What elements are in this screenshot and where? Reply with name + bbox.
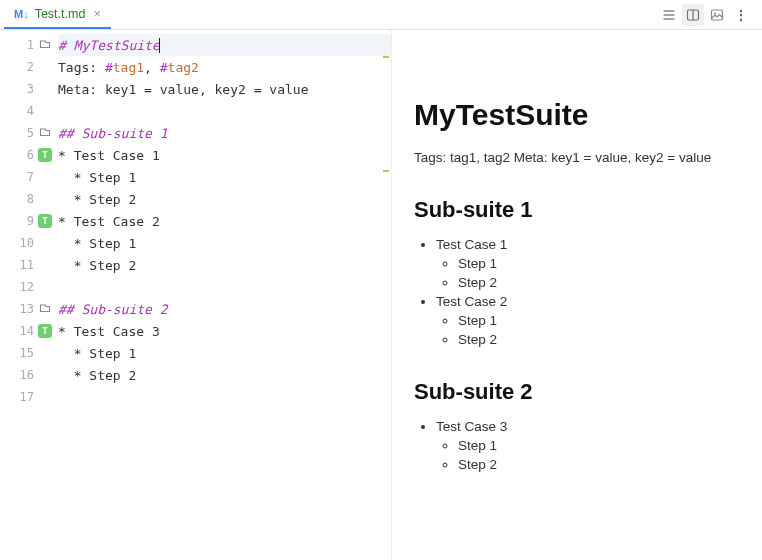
test-badge-icon[interactable]: T	[38, 148, 52, 162]
code-line[interactable]: # MyTestSuite	[58, 34, 391, 56]
gutter: 123456T789T1011121314T151617	[0, 30, 56, 408]
preview-pane: MyTestSuite Tags: tag1, tag2 Meta: key1 …	[392, 30, 762, 560]
preview-h2: Sub-suite 1	[414, 197, 740, 223]
gutter-row: 15	[0, 342, 56, 364]
markdown-icon: M↓	[14, 8, 29, 20]
line-number: 12	[18, 280, 34, 294]
line-number: 4	[18, 104, 34, 118]
list-item: Test Case 2 Step 1Step 2	[436, 294, 740, 347]
gutter-row: 3	[0, 78, 56, 100]
code-line[interactable]: * Step 2	[58, 254, 391, 276]
list-item: Test Case 1 Step 1Step 2	[436, 237, 740, 290]
folder-icon[interactable]	[38, 302, 52, 317]
gutter-row: 14T	[0, 320, 56, 342]
gutter-row: 12	[0, 276, 56, 298]
line-number: 8	[18, 192, 34, 206]
preview-list: Test Case 1 Step 1Step 2 Test Case 2 Ste…	[414, 237, 740, 347]
line-number: 9	[18, 214, 34, 228]
line-number: 11	[18, 258, 34, 272]
editor-pane[interactable]: 1 123456T789T1011121314T151617 # MyTestS…	[0, 30, 392, 560]
view-image-icon[interactable]	[706, 4, 728, 26]
gutter-row: 6T	[0, 144, 56, 166]
gutter-row: 16	[0, 364, 56, 386]
line-number: 7	[18, 170, 34, 184]
code-line[interactable]: * Test Case 1	[58, 144, 391, 166]
gutter-row: 17	[0, 386, 56, 408]
line-number: 1	[18, 38, 34, 52]
gutter-row: 9T	[0, 210, 56, 232]
code-line[interactable]: * Step 1	[58, 166, 391, 188]
line-number: 2	[18, 60, 34, 74]
code-line[interactable]: ## Sub-suite 2	[58, 298, 391, 320]
code-line[interactable]: * Step 1	[58, 232, 391, 254]
gutter-row: 1	[0, 34, 56, 56]
gutter-row: 13	[0, 298, 56, 320]
test-badge-icon[interactable]: T	[38, 324, 52, 338]
line-number: 15	[18, 346, 34, 360]
code-line[interactable]	[58, 276, 391, 298]
view-split-icon[interactable]	[682, 4, 704, 26]
list-item: Step 1	[458, 438, 740, 453]
test-badge-icon[interactable]: T	[38, 214, 52, 228]
preview-h1: MyTestSuite	[414, 98, 740, 132]
code-line[interactable]: * Test Case 2	[58, 210, 391, 232]
code-line[interactable]: ## Sub-suite 1	[58, 122, 391, 144]
code-line[interactable]: Meta: key1 = value, key2 = value	[58, 78, 391, 100]
gutter-row: 8	[0, 188, 56, 210]
gutter-row: 10	[0, 232, 56, 254]
code-line[interactable]: * Test Case 3	[58, 320, 391, 342]
list-item: Step 2	[458, 457, 740, 472]
gutter-row: 7	[0, 166, 56, 188]
code-line[interactable]	[58, 386, 391, 408]
tab-label: Test.t.md	[35, 7, 86, 21]
close-tab-icon[interactable]: ×	[93, 6, 101, 21]
preview-h2: Sub-suite 2	[414, 379, 740, 405]
line-number: 14	[18, 324, 34, 338]
folder-icon[interactable]	[38, 38, 52, 53]
code-line[interactable]: * Step 2	[58, 188, 391, 210]
gutter-row: 5	[0, 122, 56, 144]
code-line[interactable]: * Step 2	[58, 364, 391, 386]
list-item: Step 1	[458, 313, 740, 328]
more-menu-icon[interactable]: ⋮	[730, 4, 752, 26]
list-item: Test Case 3 Step 1Step 2	[436, 419, 740, 472]
list-item: Step 2	[458, 332, 740, 347]
line-number: 13	[18, 302, 34, 316]
line-number: 5	[18, 126, 34, 140]
code-line[interactable]	[58, 100, 391, 122]
list-item: Step 1	[458, 256, 740, 271]
gutter-row: 11	[0, 254, 56, 276]
line-number: 17	[18, 390, 34, 404]
line-number: 10	[18, 236, 34, 250]
text-cursor	[159, 38, 160, 53]
folder-icon[interactable]	[38, 126, 52, 141]
list-item: Step 2	[458, 275, 740, 290]
gutter-row: 2	[0, 56, 56, 78]
preview-meta: Tags: tag1, tag2 Meta: key1 = value, key…	[414, 150, 740, 165]
line-number: 3	[18, 82, 34, 96]
line-number: 6	[18, 148, 34, 162]
view-list-icon[interactable]	[658, 4, 680, 26]
tab-bar: M↓ Test.t.md ×	[0, 0, 762, 30]
gutter-row: 4	[0, 100, 56, 122]
editor-toolbar: ⋮	[658, 4, 752, 26]
preview-list: Test Case 3 Step 1Step 2	[414, 419, 740, 472]
line-number: 16	[18, 368, 34, 382]
svg-rect-2	[712, 10, 723, 20]
file-tab[interactable]: M↓ Test.t.md ×	[4, 0, 111, 29]
code-line[interactable]: Tags: #tag1, #tag2	[58, 56, 391, 78]
code-line[interactable]: * Step 1	[58, 342, 391, 364]
code-area[interactable]: # MyTestSuiteTags: #tag1, #tag2Meta: key…	[58, 34, 391, 408]
